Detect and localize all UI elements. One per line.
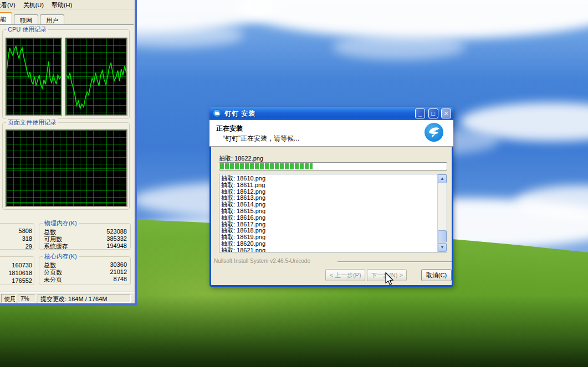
statusbar-cell: 使用 [1,294,16,303]
stat-value: 8748 [88,276,127,282]
menu-item-关机(U)[interactable]: 关机(U) [19,0,48,9]
cloud [238,0,588,39]
totals-value: 5808 [0,228,32,234]
performance-tab-page: CPU 使用记录 页面文件使用记录 580831829 160730181061… [0,24,134,291]
stat-label: 未分页 [44,276,62,284]
scroll-down-button[interactable]: ▼ [438,243,447,252]
commit-charge-value: 160730 [0,262,32,268]
task-manager-menubar: 查看(V)关机(U)帮助(H) [0,0,135,9]
extract-log-line: 抽取: 18620.png [221,241,437,247]
commit-charge-value: 176552 [0,277,32,284]
stat-value: 194948 [88,242,127,249]
stat-value: 21012 [88,268,127,275]
tab-性能[interactable]: 性能 [0,12,12,24]
totals-value: 29 [0,243,32,250]
extract-log-line: 抽取: 18611.png [221,182,437,189]
scroll-up-button[interactable]: ▲ [438,174,447,183]
pagefile-history-graph [6,130,127,207]
minimize-button[interactable]: _ [415,108,425,118]
kernel-memory-title: 核心内存(K) [43,252,79,261]
installer-header-title: 正在安装 [216,124,243,133]
stat-value: 385332 [88,235,127,242]
physical-memory-title: 物理内存(K) [43,219,79,228]
menu-item-查看(V)[interactable]: 查看(V) [0,0,19,9]
extract-log-line: 抽取: 18616.png [221,215,437,221]
cpu-usage-history-group: CPU 使用记录 [2,29,130,119]
extract-log-line: 抽取: 18621.png [221,247,437,252]
task-manager-statusbar: 使用7%提交更改: 164M / 1764M [0,292,135,303]
branding-separator-line [338,261,452,262]
dingtalk-logo-icon [425,123,443,142]
log-scrollbar[interactable]: ▲ ▼ [437,174,447,252]
kernel-memory-group: 核心内存(K) 总数30360分页数21012未分页8748 [39,256,131,285]
installer-header-subtitle: “钉钉”正在安装，请等候... [223,134,299,143]
dingtalk-app-icon [213,109,221,117]
installer-titlebar[interactable]: 钉钉 安装 _ □ ✕ [209,107,453,120]
extract-log-line: 抽取: 18615.png [221,208,437,215]
close-button[interactable]: ✕ [441,108,451,118]
pagefile-usage-history-group: 页面文件使用记录 [2,122,130,210]
tab-联网[interactable]: 联网 [14,14,38,25]
cancel-button[interactable]: 取消(C) [421,269,452,281]
totals-value: 318 [0,235,32,242]
nsis-branding-text: Nullsoft Install System v2.46.5-Unicode [214,258,310,264]
installer-window-title: 钉钉 安装 [224,109,255,118]
cloud [333,34,466,60]
cpu-usage-history-label: CPU 使用记录 [6,25,48,34]
scroll-thumb[interactable] [438,230,447,242]
task-manager-window: 查看(V)关机(U)帮助(H) 性能联网用户 CPU 使用记录 页面文件使用记录… [0,0,137,306]
back-button[interactable]: < 上一步(P) [325,269,365,281]
extract-status-label: 抽取: 18622.png [219,154,263,163]
commit-charge-value: 1810618 [0,270,32,276]
pagefile-usage-history-label: 页面文件使用记录 [6,118,58,127]
stat-value: 30360 [88,261,127,268]
installer-header: 正在安装 “钉钉”正在安装，请等候... [209,120,453,147]
install-progress-bar [219,162,447,170]
physical-memory-group: 物理内存(K) 总数523088可用数385332系统缓存194948 [39,223,131,250]
install-progress-fill [220,163,313,169]
mouse-cursor [384,272,396,287]
stat-value: 523088 [88,228,127,235]
statusbar-cell: 提交更改: 164M / 1764M [38,294,131,303]
cpu1-history-graph [6,38,62,116]
cpu2-history-graph [65,38,127,116]
extract-log-list[interactable]: 抽取: 18610.png抽取: 18611.png抽取: 18612.png抽… [219,174,447,252]
task-manager-tabs: 性能联网用户 [0,13,66,25]
hill-shadow [0,295,588,367]
menu-item-帮助(H)[interactable]: 帮助(H) [48,0,76,9]
stat-label: 系统缓存 [44,242,68,251]
statusbar-cell: 7% [18,294,35,303]
tab-用户[interactable]: 用户 [40,14,64,25]
installer-window: 钉钉 安装 _ □ ✕ 正在安装 “钉钉”正在安装，请等候... 抽取: 186… [209,107,453,287]
maximize-button[interactable]: □ [428,108,438,118]
